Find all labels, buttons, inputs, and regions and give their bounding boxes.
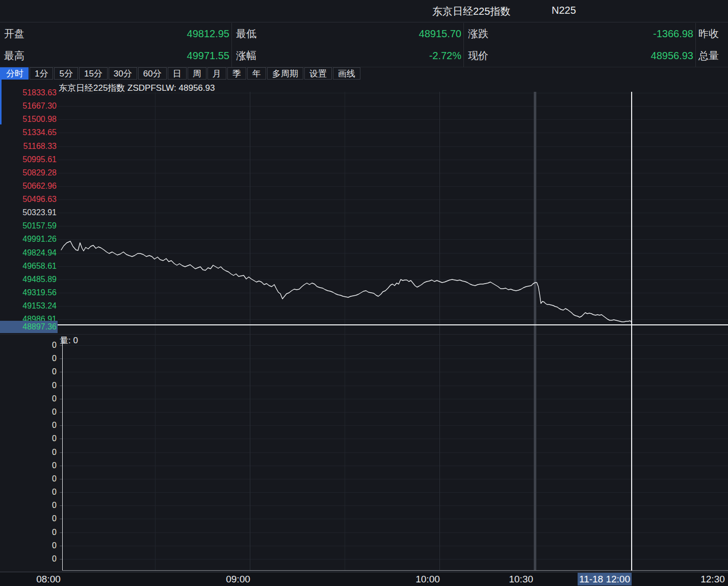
quote-label: 最低 bbox=[236, 27, 256, 41]
volume-axis-label: 0 bbox=[0, 448, 57, 456]
price-gridline bbox=[58, 239, 728, 240]
price-gridline bbox=[58, 266, 728, 267]
volume-axis-label: 0 bbox=[0, 408, 57, 416]
quote-value: -2.72% bbox=[429, 50, 463, 62]
volume-gridline bbox=[62, 439, 728, 439]
time-axis: 08:0009:0010:0010:3011-18 12:0012:30 bbox=[0, 572, 728, 586]
trading-app-window: 东京日经225指数 N225 开盘49812.95最低48915.70涨跌-13… bbox=[0, 0, 728, 586]
volume-gridline bbox=[62, 359, 728, 359]
price-gridline bbox=[58, 306, 728, 307]
price-gridline bbox=[58, 160, 728, 160]
price-gridline bbox=[58, 119, 728, 120]
time-crosshair-flag: 11-18 12:00 bbox=[578, 573, 632, 585]
quote-cell: 开盘49812.95 bbox=[0, 23, 232, 45]
quote-label: 涨跌 bbox=[468, 27, 488, 41]
volume-axis-label: 0 bbox=[0, 462, 57, 470]
volume-axis-label: 0 bbox=[0, 528, 57, 537]
volume-axis-label: 0 bbox=[0, 381, 57, 390]
time-axis-label: 12:30 bbox=[700, 574, 725, 585]
price-gridline bbox=[58, 106, 728, 107]
volume-axis-label: 0 bbox=[0, 515, 57, 523]
volume-gridline bbox=[62, 519, 728, 519]
price-gridline bbox=[58, 279, 728, 280]
tab-月[interactable]: 月 bbox=[207, 67, 226, 80]
price-axis-label: 51168.33 bbox=[0, 142, 57, 150]
quote-cell: 总量 bbox=[696, 45, 728, 67]
price-axis-label: 51334.65 bbox=[0, 129, 57, 137]
tab-1分[interactable]: 1分 bbox=[30, 67, 53, 80]
quote-value: 49812.95 bbox=[187, 28, 231, 40]
price-axis-label: 49319.56 bbox=[0, 289, 57, 297]
quote-value: 49971.55 bbox=[187, 50, 231, 62]
volume-axis-label: 0 bbox=[0, 395, 57, 403]
volume-axis-label: 0 bbox=[0, 341, 57, 349]
volume-title: 量: 0 bbox=[60, 335, 78, 346]
price-axis-label: 49824.94 bbox=[0, 249, 57, 257]
volume-y-axis-line bbox=[62, 338, 63, 570]
instrument-title: 东京日经225指数 bbox=[432, 5, 510, 18]
tab-周[interactable]: 周 bbox=[188, 67, 206, 80]
tab-季[interactable]: 季 bbox=[227, 67, 246, 80]
price-axis-label: 50157.59 bbox=[0, 222, 57, 230]
time-axis-label: 10:00 bbox=[415, 574, 440, 585]
volume-baseline bbox=[62, 570, 728, 571]
volume-gridline bbox=[62, 345, 728, 346]
tab-30分[interactable]: 30分 bbox=[109, 67, 137, 80]
quote-label: 最高 bbox=[4, 49, 24, 63]
tab-设置[interactable]: 设置 bbox=[304, 67, 332, 80]
price-gridline bbox=[58, 319, 728, 320]
volume-gridline bbox=[62, 559, 728, 559]
price-gridline bbox=[58, 199, 728, 200]
price-gridline bbox=[58, 133, 728, 133]
vertical-gridline bbox=[534, 92, 536, 571]
volume-gridline bbox=[62, 466, 728, 466]
tab-画线[interactable]: 画线 bbox=[333, 67, 360, 80]
price-gridline bbox=[58, 186, 728, 187]
tab-5分[interactable]: 5分 bbox=[54, 67, 77, 80]
time-axis-label: 10:30 bbox=[509, 574, 533, 585]
crosshair-price-flag: 48897.36 bbox=[0, 321, 58, 333]
price-axis-label: 49991.26 bbox=[0, 235, 57, 243]
vertical-gridline bbox=[155, 92, 155, 571]
quote-label: 开盘 bbox=[4, 27, 24, 41]
tab-年[interactable]: 年 bbox=[247, 67, 266, 80]
price-axis-label: 51833.63 bbox=[0, 89, 57, 97]
price-axis-label: 51667.30 bbox=[0, 102, 57, 110]
volume-gridline bbox=[62, 505, 728, 506]
tab-日[interactable]: 日 bbox=[168, 67, 187, 80]
volume-gridline bbox=[62, 412, 728, 413]
tab-15分[interactable]: 15分 bbox=[79, 67, 108, 80]
price-axis-label: 49658.61 bbox=[0, 262, 57, 270]
pane-divider bbox=[0, 334, 728, 335]
tab-分时[interactable]: 分时 bbox=[1, 67, 29, 80]
volume-gridline bbox=[62, 479, 728, 479]
tab-多周期[interactable]: 多周期 bbox=[267, 67, 303, 80]
volume-axis-label: 0 bbox=[0, 421, 57, 429]
volume-gridline bbox=[62, 492, 728, 493]
quote-cell: 最高49971.55 bbox=[0, 45, 232, 67]
price-axis-label: 50496.63 bbox=[0, 195, 57, 203]
quote-label: 涨幅 bbox=[236, 49, 256, 63]
quote-cell: 现价48956.93 bbox=[464, 45, 696, 67]
quote-value: -1366.98 bbox=[653, 28, 695, 40]
period-tabbar: 分时1分5分15分30分60分日周月季年多周期设置画线 bbox=[0, 67, 728, 81]
quote-row: 开盘49812.95最低48915.70涨跌-1366.98昨收 bbox=[0, 23, 728, 45]
quote-cell: 涨幅-2.72% bbox=[232, 45, 464, 67]
volume-axis-label: 0 bbox=[0, 501, 57, 509]
price-axis-label: 49153.24 bbox=[0, 302, 57, 310]
crosshair-horizontal-line[interactable] bbox=[58, 324, 728, 325]
volume-axis-label: 0 bbox=[0, 488, 57, 496]
price-gridline bbox=[58, 146, 728, 147]
quote-cell: 最低48915.70 bbox=[232, 23, 464, 45]
time-axis-label: 09:00 bbox=[226, 574, 250, 585]
volume-axis-label: 0 bbox=[0, 435, 57, 443]
crosshair-vertical-line[interactable] bbox=[631, 92, 632, 571]
quote-label: 现价 bbox=[468, 49, 488, 63]
chart-title: 东京日经225指数 ZSDPFSLW: 48956.93 bbox=[59, 82, 215, 94]
volume-axis-label: 0 bbox=[0, 555, 57, 563]
price-axis-label: 50662.96 bbox=[0, 182, 57, 190]
tab-60分[interactable]: 60分 bbox=[138, 67, 167, 80]
volume-gridline bbox=[62, 452, 728, 453]
price-gridline bbox=[58, 293, 728, 293]
volume-axis-label: 0 bbox=[0, 368, 57, 376]
